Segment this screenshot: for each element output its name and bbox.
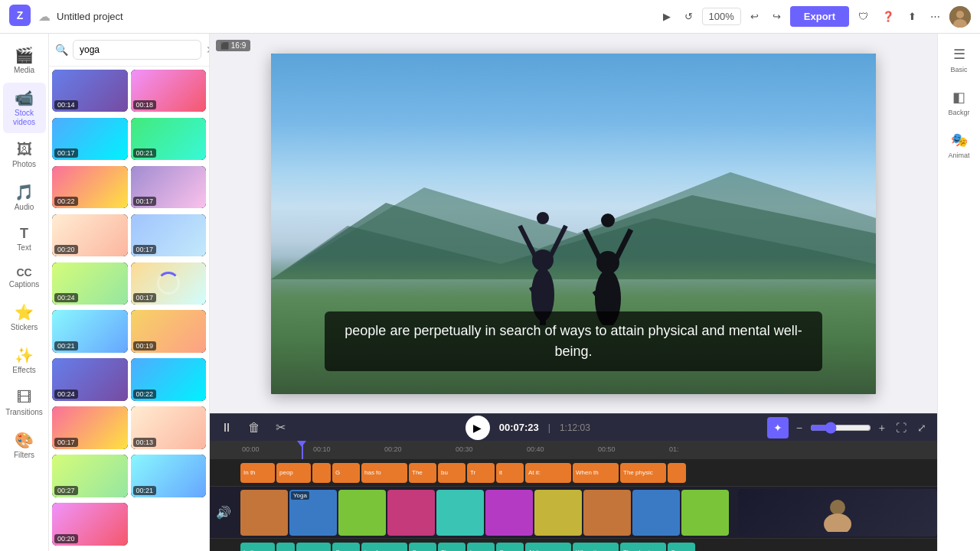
video-thumb-2[interactable]: 00:18 (131, 70, 207, 112)
redo-button[interactable]: ↪ (768, 8, 786, 25)
delete-button[interactable]: 🗑 (245, 418, 263, 438)
play-preview-button[interactable]: ▶ (658, 8, 675, 25)
video-thumb-11[interactable]: 00:21 (52, 310, 128, 352)
separate-audio-button[interactable]: ✂ (273, 417, 289, 438)
caption-clip-teal-2[interactable]: peop (296, 543, 331, 552)
search-input[interactable] (73, 40, 201, 60)
video-clip-5[interactable] (485, 490, 533, 536)
playhead-head (297, 441, 306, 447)
sidebar-item-effects[interactable]: ✨ Effects (3, 340, 46, 381)
video-clip-7[interactable] (583, 490, 631, 536)
video-thumb-7[interactable]: 00:20 (52, 214, 128, 256)
total-duration: 1:12:03 (560, 422, 590, 433)
media-panel: 🔍 ✕ ⚙ 00:1400:1800:1700:2100:2200:1700:2… (49, 34, 210, 551)
caption-clip-teal-4[interactable]: has fo (361, 543, 407, 552)
caption-clip-teal-7[interactable]: bu (467, 543, 495, 552)
video-clip-3[interactable] (387, 490, 435, 536)
video-clip-1[interactable]: Yoga (289, 490, 337, 536)
video-thumb-3[interactable]: 00:17 (52, 118, 128, 160)
video-thumb-12[interactable]: 00:19 (131, 310, 207, 352)
zoom-out-button[interactable]: − (793, 419, 805, 437)
caption-clip-orange-2[interactable] (312, 463, 331, 483)
video-thumb-17[interactable]: 00:27 (52, 455, 128, 497)
caption-clip-orange-9[interactable]: At it: (525, 463, 571, 483)
sidebar-item-stickers[interactable]: ⭐ Stickers (3, 297, 46, 338)
shield-icon-button[interactable]: 🛡 (854, 8, 873, 25)
sidebar-nav: 🎬 Media 📹 Stock videos 🖼 Photos 🎵 Audio … (0, 34, 49, 551)
caption-clip-teal-11[interactable]: The physic (620, 543, 666, 552)
video-thumb-6[interactable]: 00:17 (131, 166, 207, 208)
sidebar-item-audio[interactable]: 🎵 Audio (3, 177, 46, 218)
caption-clip-orange-3[interactable]: G (332, 463, 360, 483)
sidebar-item-filters[interactable]: 🎨 Filters (3, 425, 46, 466)
fit-to-screen-button[interactable]: ⛶ (893, 419, 910, 437)
video-thumb-8[interactable]: 00:17 (131, 214, 207, 256)
right-panel-background[interactable]: ◧ Backgr (940, 83, 978, 122)
sidebar-item-media[interactable]: 🎬 Media (3, 40, 46, 81)
video-thumb-13[interactable]: 00:24 (52, 358, 128, 400)
right-panel-animate[interactable]: 🎭 Animat (940, 126, 978, 165)
share-button[interactable]: ⬆ (903, 8, 921, 25)
zoom-in-button[interactable]: + (876, 419, 888, 437)
caption-clip-orange-12[interactable] (668, 463, 686, 483)
split-button[interactable]: ⏸ (217, 418, 236, 438)
video-thumb-16[interactable]: 00:13 (131, 406, 207, 448)
caption-clip-orange-6[interactable]: bu (438, 463, 466, 483)
video-thumb-14[interactable]: 00:22 (131, 358, 207, 400)
video-thumb-1[interactable]: 00:14 (52, 70, 128, 112)
right-panel: ☰ Basic ◧ Backgr 🎭 Animat (937, 34, 980, 551)
caption-clip-orange-4[interactable]: has fo (361, 463, 407, 483)
more-options-button[interactable]: ⋯ (926, 8, 945, 25)
caption-clip-teal-10[interactable]: When it (573, 543, 619, 552)
export-button[interactable]: Export (790, 6, 849, 27)
aspect-ratio-badge[interactable]: ⬛ 16:9 (216, 40, 250, 51)
loop-button[interactable]: ↺ (680, 8, 697, 25)
avatar[interactable] (949, 6, 971, 28)
caption-clip-teal-3[interactable]: One (332, 543, 360, 552)
caption-clip-orange-5[interactable]: The (409, 463, 436, 483)
caption-clip-teal-0[interactable]: In th (240, 543, 275, 552)
caption-clip-orange-10[interactable]: When th (573, 463, 619, 483)
video-thumb-18[interactable]: 00:21 (131, 455, 207, 497)
video-thumb-4[interactable]: 00:21 (131, 118, 207, 160)
transitions-icon: 🎞 (17, 389, 32, 406)
video-clip-8[interactable] (632, 490, 680, 536)
volume-icon[interactable]: 🔊 (216, 505, 231, 520)
caption-clip-teal-8[interactable]: On (496, 543, 524, 552)
video-clip-2[interactable] (338, 490, 386, 536)
caption-clip-orange-7[interactable]: Tr (467, 463, 495, 483)
caption-clip-orange-0[interactable]: In th (240, 463, 275, 483)
video-clip-9[interactable] (681, 490, 729, 536)
help-button[interactable]: ❓ (877, 8, 899, 25)
caption-clip-teal-5[interactable]: On (409, 543, 436, 552)
video-clip-6[interactable] (534, 490, 582, 536)
caption-clip-orange-8[interactable]: it (496, 463, 524, 483)
caption-clips-row-1: In thpeopGhas foThebuTritAt it:When thTh… (240, 463, 686, 483)
caption-clip-teal-12[interactable]: On (668, 543, 695, 552)
zoom-control[interactable]: 100% (702, 8, 741, 25)
caption-clip-teal-1[interactable] (276, 543, 295, 552)
sidebar-item-text[interactable]: T Text (3, 220, 46, 259)
sidebar-item-photos[interactable]: 🖼 Photos (3, 135, 46, 175)
video-thumb-19[interactable]: 00:20 (52, 503, 128, 545)
caption-clip-teal-6[interactable]: Th (438, 543, 466, 552)
magic-button[interactable]: ✦ (767, 417, 789, 439)
caption-clip-orange-11[interactable]: The physic (620, 463, 666, 483)
sidebar-item-transitions[interactable]: 🎞 Transitions (3, 383, 46, 423)
video-clip-4[interactable] (436, 490, 484, 536)
video-thumb-5[interactable]: 00:22 (52, 166, 128, 208)
undo-button[interactable]: ↩ (746, 8, 763, 25)
sidebar-item-captions[interactable]: CC Captions (3, 260, 46, 295)
caption-clip-teal-9[interactable]: At it: (525, 543, 571, 552)
video-thumb-10[interactable]: 00:17 (131, 262, 207, 305)
video-thumb-15[interactable]: 00:17 (52, 406, 128, 448)
captions-icon: CC (16, 266, 31, 279)
video-clip-0[interactable] (240, 490, 288, 536)
caption-clip-orange-1[interactable]: peop (276, 463, 311, 483)
sidebar-item-stock-videos[interactable]: 📹 Stock videos (3, 83, 46, 133)
zoom-slider[interactable] (810, 422, 871, 434)
video-thumb-9[interactable]: 00:24 (52, 262, 128, 305)
right-panel-basic[interactable]: ☰ Basic (940, 40, 978, 80)
play-button[interactable]: ▶ (466, 416, 490, 440)
fullscreen-button[interactable]: ⤢ (914, 419, 929, 437)
